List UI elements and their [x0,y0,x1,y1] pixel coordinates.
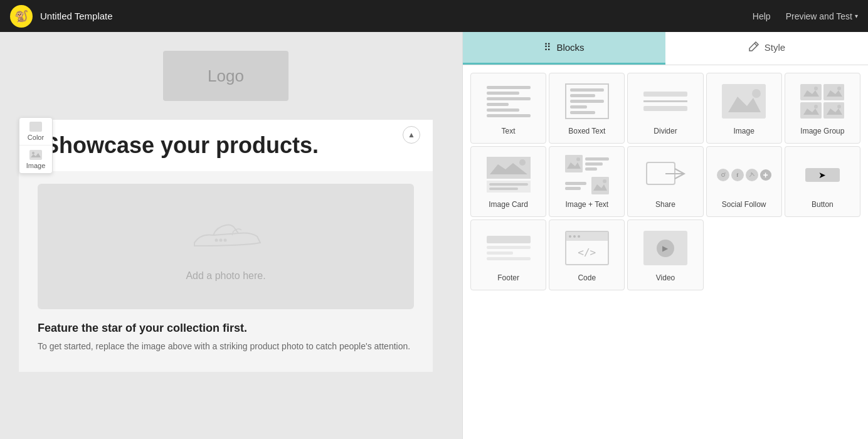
canvas-content: Logo Color [19,32,433,372]
block-social-follow-label: Social Follow [722,200,766,209]
svg-rect-13 [824,102,844,119]
block-divider[interactable]: Divider [627,73,703,144]
svg-rect-19 [591,177,609,194]
block-image-card-preview [484,154,534,195]
template-title: Untitled Template [40,11,113,21]
svg-rect-17 [565,155,583,172]
svg-point-12 [814,105,818,108]
block-boxed-text[interactable]: Boxed Text [549,73,625,144]
block-image-preview [719,81,769,122]
cursor-icon: ➤ [818,170,826,180]
svg-point-25 [724,172,726,174]
facebook-icon: f [731,169,744,181]
block-social-follow[interactable]: f + Social [706,146,782,217]
svg-point-18 [576,157,580,161]
block-divider-label: Divider [654,127,677,135]
svg-point-10 [837,87,841,90]
twitter-icon [746,169,758,181]
color-tool[interactable]: Color [19,118,52,145]
blocks-tab-label: Blocks [556,42,584,53]
block-image-text[interactable]: Image + Text [549,146,625,217]
block-footer-preview [484,228,534,268]
instagram-icon [717,169,729,181]
logo-section: Logo [19,32,433,120]
svg-point-14 [837,105,841,108]
block-share[interactable]: Share [627,146,703,217]
canvas-area: Logo Color [0,32,462,439]
scroll-up-button[interactable]: ▲ [403,126,420,144]
svg-rect-23 [719,171,727,179]
product-image-container[interactable]: Add a photo here. [38,184,414,309]
block-image-card-label: Image Card [489,200,528,209]
svg-rect-9 [824,84,844,100]
block-footer[interactable]: Footer [470,220,546,290]
svg-point-6 [752,89,761,98]
block-text-label: Text [502,127,516,135]
block-image-text-preview [562,154,612,195]
help-link[interactable]: Help [753,11,771,21]
svg-point-8 [814,87,818,90]
block-boxed-text-preview [562,81,612,122]
block-image-text-label: Image + Text [565,200,608,209]
svg-text:f: f [736,172,738,178]
play-icon: ▶ [662,244,668,253]
color-tool-label: Color [28,134,44,141]
block-code-label: Code [578,273,596,282]
svg-rect-11 [801,102,821,119]
svg-rect-5 [722,84,766,119]
image-tool-icon [29,150,42,160]
image-tool[interactable]: Image [19,145,52,173]
block-image-group-preview [797,81,847,122]
block-video-label: Video [656,273,675,282]
svg-rect-0 [29,150,42,160]
color-swatch [29,122,42,132]
block-boxed-text-label: Boxed Text [568,127,605,135]
scroll-up-icon: ▲ [408,130,415,139]
shoe-icon [182,211,270,264]
showcase-section: Color Image Showcase your products. ▲ [19,120,433,171]
svg-point-1 [32,152,34,154]
showcase-title: Showcase your products. [44,132,408,159]
main-layout: Logo Color [0,32,868,439]
block-button-label: Button [812,200,834,209]
mailchimp-icon: 🐒 [14,9,28,23]
image-tool-label: Image [26,162,46,169]
blocks-grid: Text Boxed Text [463,65,868,298]
product-section: Add a photo here. Feature the star of yo… [19,171,433,372]
add-photo-text: Add a photo here. [186,270,265,282]
block-image-group[interactable]: Image Group [785,73,860,144]
svg-point-2 [215,239,218,242]
block-footer-label: Footer [497,273,519,282]
svg-rect-7 [801,84,821,100]
style-tab-label: Style [765,42,785,53]
preview-and-test-button[interactable]: Preview and Test ▾ [786,11,858,21]
logo-placeholder[interactable]: Logo [163,51,288,101]
topbar-left: 🐒 Untitled Template [10,5,113,28]
block-share-label: Share [655,200,675,209]
svg-point-4 [224,239,227,242]
block-code-preview: </> [562,228,612,268]
tab-style[interactable]: Style [665,32,868,65]
blocks-icon: ⠿ [544,41,551,53]
chevron-down-icon: ▾ [855,13,858,19]
bg-toolbar: Color Image [19,117,53,174]
block-image[interactable]: Image [706,73,782,144]
product-desc: To get started, replace the image above … [38,340,414,353]
panel-tabs: ⠿ Blocks Style [463,32,868,65]
block-button[interactable]: ➤ Button [785,146,860,217]
block-code[interactable]: </> Code [549,220,625,290]
block-text[interactable]: Text [470,73,546,144]
block-divider-preview [640,81,691,122]
block-text-preview [484,81,534,122]
right-panel: ⠿ Blocks Style [462,32,868,439]
block-social-follow-preview: f + [719,154,769,195]
block-image-card[interactable]: Image Card [470,146,546,217]
block-video[interactable]: ▶ Video [627,220,703,290]
preview-label: Preview and Test [786,11,852,21]
mailchimp-logo: 🐒 [10,5,33,28]
product-title: Feature the star of your collection firs… [38,322,414,335]
tab-blocks[interactable]: ⠿ Blocks [463,32,665,65]
svg-point-16 [519,159,526,166]
block-image-group-label: Image Group [800,127,844,135]
svg-point-20 [603,179,606,183]
